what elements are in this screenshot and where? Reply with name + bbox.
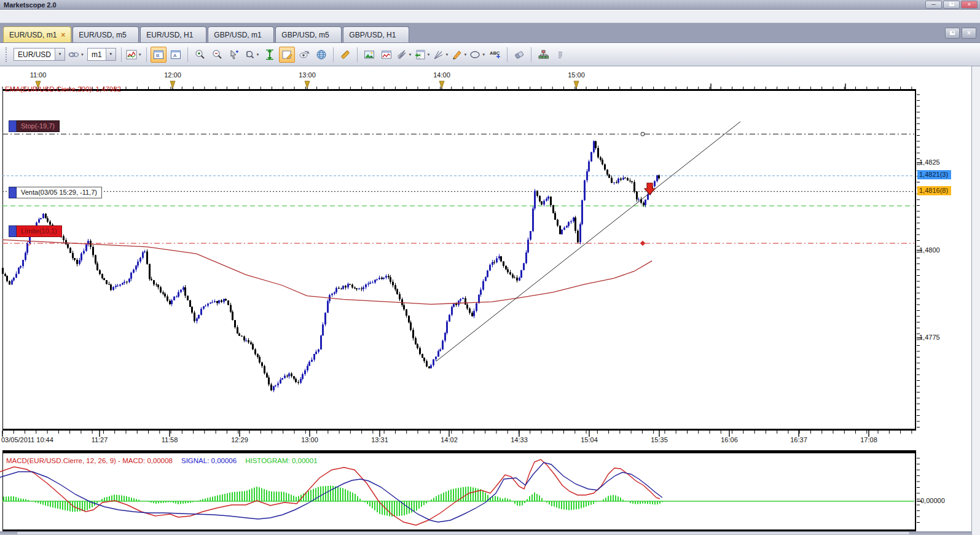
tab-label: GBP/USD, H1: [349, 31, 396, 39]
symbol-select[interactable]: EUR/USD ▼: [14, 48, 65, 61]
text-label-button[interactable]: ABC: [487, 47, 503, 63]
limite-label[interactable]: Límite(10,1): [9, 225, 62, 237]
time-label: 16:06: [721, 436, 738, 443]
restore-icon: [949, 2, 954, 6]
abc-text-icon: ABC: [489, 49, 501, 60]
svg-text:B: B: [156, 53, 159, 58]
trendline: [436, 122, 740, 361]
stop-label[interactable]: Stop(-19,7): [9, 120, 60, 132]
shapes-button[interactable]: ▼: [469, 47, 486, 63]
time-label: 17:08: [860, 436, 877, 443]
hour-label: 14:00: [433, 71, 450, 79]
tab-close-button[interactable]: ×: [962, 28, 976, 39]
time-label: 15:35: [651, 436, 668, 443]
zoom-in-button[interactable]: [192, 47, 208, 63]
ema-indicator-label: EMA(EUR/USD.Cierre,200): 1,47982: [5, 85, 121, 93]
chart-canvas[interactable]: [0, 66, 980, 535]
insert-indicator-button[interactable]: ▼: [414, 47, 431, 63]
chart-tab[interactable]: EUR/USD, m5: [73, 26, 139, 42]
chevron-down-icon[interactable]: ▼: [106, 49, 116, 60]
auto-scroll-button[interactable]: [296, 47, 312, 63]
time-label: 14:33: [511, 436, 528, 443]
bid-view-toggle[interactable]: B: [151, 47, 167, 63]
scrollbar-thumb[interactable]: [17, 532, 909, 534]
venta-label[interactable]: Venta(03/05 15:29, -11,7): [9, 187, 102, 198]
minimize-button[interactable]: ─: [925, 1, 942, 9]
tab-strip: EUR/USD, m1 × EUR/USD, m5 EUR/USD, H1 GB…: [0, 23, 980, 43]
zoom-cursor-icon: [229, 49, 240, 60]
restore-button[interactable]: [943, 1, 960, 9]
menu-item[interactable]: [5, 15, 16, 18]
time-marker-arrow-icon: [574, 81, 579, 88]
time-label: 12:29: [231, 436, 248, 443]
tab-restore-button[interactable]: [945, 28, 960, 39]
chart-type-button[interactable]: ▼: [125, 47, 143, 63]
pencil-icon: [451, 49, 462, 60]
symbol-value: EUR/USD: [14, 50, 55, 59]
zoom-cursor-button[interactable]: [226, 47, 242, 63]
menu-item[interactable]: [54, 15, 65, 18]
menu-item[interactable]: [66, 15, 77, 18]
pitchfork-button[interactable]: ▼: [396, 47, 413, 63]
fit-vertical-button[interactable]: [262, 47, 278, 63]
chevron-down-icon[interactable]: ▼: [55, 49, 65, 60]
macd-axis-zero-label: 0,00000: [920, 497, 945, 504]
timeframe-select[interactable]: m1 ▼: [87, 48, 116, 61]
link-button[interactable]: ▼: [68, 47, 85, 63]
ask-table-icon: A: [170, 49, 181, 60]
marketscope-window: Marketscope 2.0 ─ × EUR/USD, m1 × EUR/US…: [0, 0, 980, 535]
tab-label: GBP/USD, m1: [214, 31, 261, 39]
tab-close-icon[interactable]: ×: [61, 32, 65, 38]
time-label: 03/05/2011 10:44: [1, 436, 53, 443]
chart-tab[interactable]: GBP/USD, m1: [208, 26, 274, 42]
chevron-down-icon: ▼: [427, 53, 431, 57]
chart-type-icon: [126, 49, 137, 60]
chart-tab[interactable]: GBP/USD, m5: [275, 26, 342, 42]
fan-lines-icon: [433, 49, 444, 60]
toolbar-overflow-button[interactable]: [552, 47, 568, 63]
chevron-down-icon: ▼: [445, 53, 449, 57]
chevron-down-icon: ▼: [80, 53, 84, 57]
zoom-out-button[interactable]: [209, 47, 225, 63]
order-handle[interactable]: [9, 225, 17, 237]
tab-label: EUR/USD, m1: [9, 31, 57, 39]
time-label: 13:00: [301, 436, 318, 443]
price-tick-label: 1,4800: [919, 246, 940, 254]
menu-item[interactable]: [17, 15, 28, 18]
web-button[interactable]: [313, 47, 329, 63]
chart-tab[interactable]: EUR/USD, m1 ×: [3, 26, 71, 42]
menu-item[interactable]: [42, 15, 53, 18]
toolbar: EUR/USD ▼ ▼ m1 ▼ ▼ B A: [0, 43, 980, 66]
timeframe-value: m1: [88, 50, 106, 59]
bid-table-icon: B: [153, 49, 164, 60]
objects-tree-button[interactable]: [535, 47, 551, 63]
fan-lines-button[interactable]: ▼: [432, 47, 449, 63]
note-icon: [281, 49, 292, 60]
measure-button[interactable]: [337, 47, 353, 63]
overflow-icon: [557, 49, 563, 60]
chevron-down-icon: ▼: [256, 53, 260, 57]
chart-workspace: 11:0012:0013:0014:0015:00 03/05/2011 10:…: [0, 66, 980, 535]
zoom-out-icon: [211, 49, 222, 60]
pencil-button[interactable]: ▼: [450, 47, 468, 63]
eraser-button[interactable]: [511, 47, 527, 63]
chevron-down-icon: ▼: [409, 53, 412, 57]
chart-window-button[interactable]: [378, 47, 394, 63]
time-label: 16:37: [790, 436, 807, 443]
pitchfork-icon: [396, 49, 407, 60]
insert-image-button[interactable]: [361, 47, 377, 63]
close-button[interactable]: ×: [961, 1, 978, 9]
price-tick-label: 1,4825: [919, 158, 940, 166]
indicator-window-icon: [415, 49, 426, 60]
macd-indicator-label: MACD(EUR/USD.Cierre, 12, 26, 9) - MACD: …: [6, 457, 318, 464]
order-handle[interactable]: [9, 187, 17, 198]
ask-view-toggle[interactable]: A: [168, 47, 184, 63]
chart-tab[interactable]: EUR/USD, H1: [140, 26, 206, 42]
toolbar-grip[interactable]: [6, 47, 9, 62]
order-label-text: Stop(-19,7): [17, 120, 60, 132]
annotate-button[interactable]: [279, 47, 295, 63]
order-handle[interactable]: [9, 120, 17, 132]
zoom-range-button[interactable]: ▼: [243, 47, 261, 63]
chart-tab[interactable]: GBP/USD, H1: [343, 26, 409, 42]
menu-item[interactable]: [29, 15, 41, 18]
